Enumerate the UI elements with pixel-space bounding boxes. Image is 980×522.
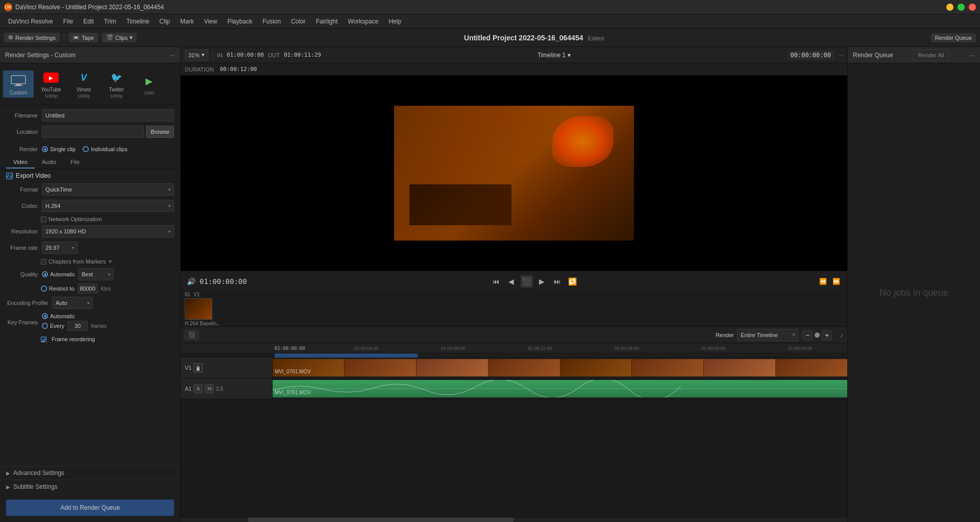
preset-twitter-label: Twitter: [109, 87, 124, 92]
step-back-button[interactable]: ◀: [505, 275, 518, 288]
menu-trim[interactable]: Trim: [100, 16, 120, 27]
menu-color[interactable]: Color: [287, 16, 310, 27]
tape-button[interactable]: 📼 Tape: [68, 33, 98, 42]
menu-edit[interactable]: Edit: [79, 16, 98, 27]
clip-thumbnails: [273, 359, 847, 376]
zoom-out-button[interactable]: −: [802, 330, 813, 340]
subtitle-settings-section[interactable]: ▶ Subtitle Settings: [0, 480, 180, 493]
restrict-to-radio[interactable]: Restrict to: [41, 286, 75, 292]
clip-thumb: [704, 359, 776, 376]
menu-workspace[interactable]: Workspace: [344, 16, 383, 27]
menu-playback[interactable]: Playback: [223, 16, 256, 27]
more-options-icon[interactable]: ···: [838, 52, 843, 59]
zoom-in-button[interactable]: +: [822, 330, 832, 340]
timeline-scrollbar[interactable]: [181, 517, 847, 522]
menu-help[interactable]: Help: [384, 16, 405, 27]
preset-twitter[interactable]: 🐦 Twitter 1080p: [101, 67, 132, 101]
out-timecode: 01:00:11:29: [284, 52, 321, 58]
go-to-start-button[interactable]: ⏮: [490, 275, 502, 288]
v1-clip[interactable]: MVI_0761.MOV: [273, 359, 847, 376]
audio-icon[interactable]: ♪: [840, 331, 843, 339]
timeline-selector[interactable]: Timeline 1 ▾: [537, 52, 571, 59]
chapters-checkbox[interactable]: [41, 259, 46, 265]
clips-button[interactable]: 🎬 Clips ▾: [102, 33, 137, 42]
frame-rate-select[interactable]: 29.97 ▾: [42, 242, 78, 254]
single-clip-radio[interactable]: Single clip: [42, 146, 76, 152]
menu-clip[interactable]: Clip: [155, 16, 174, 27]
render-label: Render: [6, 146, 42, 152]
resolution-select[interactable]: 1920 x 1080 HD ▾: [42, 225, 174, 238]
kf-every-input[interactable]: [67, 321, 88, 331]
clip-number: 01: [185, 292, 190, 297]
track-name-v1: V1: [185, 365, 191, 371]
twitter-icon: 🐦: [108, 69, 125, 86]
loop-button[interactable]: 🔁: [567, 275, 579, 288]
edited-badge: Edited: [588, 35, 604, 41]
render-settings-icon: ⚙: [8, 34, 13, 41]
zoom-selector[interactable]: 31% ▾: [185, 50, 208, 61]
close-button[interactable]: [969, 4, 976, 11]
maximize-button[interactable]: [958, 4, 965, 11]
a1-clip[interactable]: MVI_0761.MOV: [273, 380, 847, 397]
tab-audio[interactable]: Audio: [35, 156, 63, 169]
export-video-checkbox[interactable]: ✓: [6, 173, 13, 179]
individual-clips-radio[interactable]: Individual clips: [83, 146, 128, 152]
volume-icon[interactable]: 🔊: [187, 277, 195, 286]
quality-auto-radio[interactable]: Automatic: [42, 271, 75, 277]
svg-rect-2: [14, 85, 22, 86]
timeline-icon-button[interactable]: ⬛: [185, 330, 199, 340]
next-frame-button[interactable]: ⏩: [831, 276, 841, 287]
quality-best-select[interactable]: Best ▾: [78, 268, 114, 280]
play-button[interactable]: ▶: [536, 275, 548, 288]
minimize-button[interactable]: [946, 4, 953, 11]
format-select[interactable]: QuickTime ▾: [42, 183, 174, 196]
render-settings-button[interactable]: ⚙ Render Settings: [4, 33, 60, 42]
filename-input[interactable]: [42, 109, 174, 122]
tab-file[interactable]: File: [63, 156, 87, 169]
render-queue-button[interactable]: Render Queue: [931, 33, 976, 42]
track-m-button[interactable]: M: [205, 384, 214, 393]
render-range-select[interactable]: Entire Timeline ▾: [737, 329, 798, 341]
v1-clip-label: MVI_0761.MOV: [275, 369, 311, 374]
tab-video[interactable]: Video: [6, 156, 35, 169]
menu-view[interactable]: View: [200, 16, 222, 27]
stop-button[interactable]: ⬛: [521, 275, 533, 288]
preset-other[interactable]: ▶ 1080: [134, 71, 164, 98]
render-all-button[interactable]: Render All: [913, 50, 950, 61]
preset-vimeo-label: Vimeo: [77, 87, 91, 92]
prev-frame-button[interactable]: ⏪: [818, 276, 828, 287]
menu-fusion[interactable]: Fusion: [258, 16, 285, 27]
go-to-end-button[interactable]: ⏭: [551, 275, 564, 288]
kf-every-radio[interactable]: Every: [42, 323, 64, 329]
preset-youtube[interactable]: ▶ YouTube 1080p: [36, 67, 66, 101]
menu-file[interactable]: File: [59, 16, 77, 27]
menu-fairlight[interactable]: Fairlight: [312, 16, 342, 27]
kf-auto-radio[interactable]: Automatic: [42, 313, 107, 319]
menu-timeline[interactable]: Timeline: [122, 16, 153, 27]
preset-custom[interactable]: Custom: [3, 70, 34, 98]
clip-filename: H.264 Baselin...: [185, 321, 221, 326]
render-queue-content: No jobs in queue: [848, 63, 980, 522]
scroll-thumb[interactable]: [248, 517, 514, 522]
menu-davinci-resolve[interactable]: DaVinci Resolve: [4, 16, 57, 27]
advanced-settings-section[interactable]: ▶ Advanced Settings: [0, 466, 180, 480]
location-input[interactable]: [42, 126, 144, 138]
add-to-render-queue-button[interactable]: Add to Render Queue: [6, 500, 174, 516]
browse-button[interactable]: Browse: [146, 126, 174, 138]
network-opt-checkbox[interactable]: [41, 217, 46, 222]
track-lock-icon[interactable]: [193, 363, 203, 372]
ruler-mark-4: 01:00:16:00: [615, 346, 639, 351]
menu-mark[interactable]: Mark: [176, 16, 198, 27]
codec-select[interactable]: H.264 ▾: [42, 200, 174, 212]
frame-reordering-checkbox[interactable]: ✓: [41, 337, 46, 342]
restrict-to-input[interactable]: [78, 283, 98, 294]
zoom-knob[interactable]: [815, 333, 820, 338]
panel-menu-icon[interactable]: ···: [170, 52, 175, 59]
track-s-button[interactable]: S: [193, 384, 203, 393]
format-row: Format QuickTime ▾: [0, 183, 180, 196]
render-queue-menu-icon[interactable]: ···: [969, 51, 975, 59]
top-toolbar: ⚙ Render Settings 📼 Tape 🎬 Clips ▾ Untit…: [0, 29, 980, 47]
preset-vimeo[interactable]: V Vimeo 1080p: [68, 67, 99, 101]
clip-track: V1: [193, 292, 200, 297]
encoding-profile-select[interactable]: Auto ▾: [52, 297, 93, 309]
